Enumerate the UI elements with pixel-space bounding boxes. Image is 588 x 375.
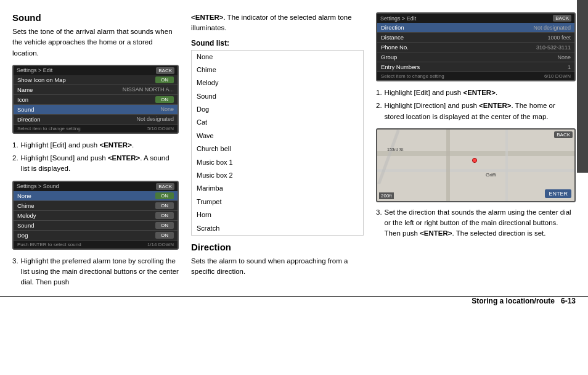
screen2-row-dog: Dog ON bbox=[14, 231, 178, 241]
screen1-row-icon-map: Show Icon on Map ON bbox=[14, 75, 178, 85]
screen3-footer-left: Select item to change setting bbox=[381, 73, 444, 79]
step2-num: 2. bbox=[12, 153, 18, 175]
row-sound-value: None bbox=[160, 106, 174, 112]
row-none-toggle[interactable]: ON bbox=[155, 192, 174, 199]
row-sound2-toggle[interactable]: ON bbox=[155, 222, 174, 229]
sound-item-music-box-1: Music box 1 bbox=[192, 156, 364, 169]
road-h1 bbox=[377, 151, 574, 156]
steps-1-2: 1. Highlight [Edit] and push <ENTER>. 2.… bbox=[12, 140, 179, 175]
screen3-row-distance: Distance 1000 feet bbox=[377, 33, 574, 43]
s3-entry-label: Entry Numbers bbox=[381, 64, 420, 70]
screen1-header-title: Settings > Edit bbox=[17, 67, 52, 73]
step3-num: 3. bbox=[12, 256, 18, 288]
row-melody-label: Melody bbox=[17, 212, 36, 219]
step-1: 1. Highlight [Edit] and push <ENTER>. bbox=[12, 140, 179, 150]
right-steps: 1. Highlight [Edit] and push <ENTER>. 2.… bbox=[376, 88, 576, 122]
right-step-3: 3. Set the direction that sounds the ala… bbox=[376, 207, 576, 239]
row-sound-label: Sound bbox=[17, 106, 34, 113]
right-column: Settings > Edit BACK Direction Not desig… bbox=[376, 12, 576, 290]
row-dog-label: Dog bbox=[17, 232, 28, 239]
screen1-footer: Select item to change setting 5/10 DOWN bbox=[14, 125, 178, 133]
screen3-footer: Select item to change setting 6/10 DOWN bbox=[377, 72, 574, 80]
row-dog-toggle[interactable]: ON bbox=[155, 232, 174, 239]
screen2-row-chime: Chime ON bbox=[14, 201, 178, 211]
screen3-row-direction: Direction Not designated bbox=[377, 23, 574, 33]
direction-title: Direction bbox=[191, 242, 364, 252]
s3-direction-label: Direction bbox=[381, 24, 404, 31]
s3-distance-value: 1000 feet bbox=[547, 35, 571, 41]
screen3-row-phone: Phone No. 310-532-3111 bbox=[377, 43, 574, 52]
sound-item-church-bell: Church bell bbox=[192, 142, 364, 155]
map-label-road1: 153rd St bbox=[387, 147, 403, 152]
map-enter-btn[interactable]: ENTER bbox=[545, 189, 571, 198]
page-footer: Storing a location/route 6-13 bbox=[0, 296, 588, 310]
screen1-row-sound: Sound None bbox=[14, 105, 178, 115]
map-display: Griffi 153rd St BACK ENTER 200ft bbox=[376, 128, 576, 202]
row-icon-toggle[interactable]: ON bbox=[155, 96, 174, 103]
road-v1 bbox=[446, 130, 450, 201]
map-back-btn[interactable]: BACK bbox=[554, 131, 573, 138]
screen1-back-btn[interactable]: BACK bbox=[156, 67, 174, 74]
map-center-marker bbox=[472, 158, 477, 163]
right-step-2: 2. Highlight [Direction] and push <ENTER… bbox=[376, 101, 576, 122]
row-show-icon-toggle[interactable]: ON bbox=[155, 76, 174, 83]
sound-description: Sets the tone of the arrival alarm that … bbox=[12, 27, 179, 59]
row-direction-label: Direction bbox=[17, 116, 41, 123]
s3-direction-value: Not designated bbox=[533, 25, 571, 31]
sidebar-accent bbox=[577, 0, 588, 173]
row-sound2-label: Sound bbox=[17, 222, 34, 229]
direction-text: Sets the alarm to sound when approaching… bbox=[191, 256, 364, 278]
sound-item-trumpet: Trumpet bbox=[192, 196, 364, 208]
s3-group-label: Group bbox=[381, 54, 397, 60]
rstep3-text: Set the direction that sounds the alarm … bbox=[385, 207, 576, 239]
sound-item-dog: Dog bbox=[192, 103, 364, 116]
screen1-row-icon: Icon ON bbox=[14, 95, 178, 105]
row-melody-toggle[interactable]: ON bbox=[155, 212, 174, 219]
rstep1-num: 1. bbox=[376, 88, 382, 98]
row-name-value: NISSAN NORTH A... bbox=[45, 86, 174, 93]
road-h2 bbox=[377, 169, 574, 172]
screen2-footer-right: 1/14 DOWN bbox=[147, 242, 174, 247]
screen-settings-edit: Settings > Edit BACK Show Icon on Map ON… bbox=[12, 65, 179, 134]
screen2-header-title: Settings > Sound bbox=[17, 183, 59, 189]
row-show-icon-label: Show Icon on Map bbox=[17, 76, 66, 83]
left-column: Sound Sets the tone of the arrival alarm… bbox=[12, 12, 191, 290]
screen2-row-sound: Sound ON bbox=[14, 221, 178, 231]
footer-section-label: Storing a location/route 6-13 bbox=[472, 297, 576, 305]
row-chime-toggle[interactable]: ON bbox=[155, 202, 174, 209]
sound-item-horn: Horn bbox=[192, 208, 364, 221]
sound-item-marimba: Marimba bbox=[192, 182, 364, 195]
row-direction-value: Not designated bbox=[136, 116, 174, 122]
screen-settings-sound: Settings > Sound BACK None ON Chime ON M… bbox=[12, 181, 179, 250]
sound-item-cat: Cat bbox=[192, 116, 364, 129]
sound-item-music-box-2: Music box 2 bbox=[192, 169, 364, 182]
s3-group-value: None bbox=[557, 54, 571, 60]
row-chime-label: Chime bbox=[17, 202, 34, 209]
row-none-label: None bbox=[17, 192, 31, 199]
sound-list-table: NoneChimeMelodySoundDogCatWaveChurch bel… bbox=[191, 50, 364, 236]
s3-entry-value: 1 bbox=[568, 64, 571, 70]
map-zoom: 200ft bbox=[379, 192, 394, 199]
middle-column: <ENTER>. The indicator of the selected a… bbox=[191, 12, 376, 290]
step-2: 2. Highlight [Sound] and push <ENTER>. A… bbox=[12, 153, 179, 175]
sound-item-wave: Wave bbox=[192, 130, 364, 142]
sound-list-title: Sound list: bbox=[191, 39, 364, 47]
road-v2 bbox=[505, 130, 508, 201]
screen1-header: Settings > Edit BACK bbox=[14, 66, 178, 75]
screen2-row-none: None ON bbox=[14, 191, 178, 201]
screen2-footer-left: Push ENTER to select sound bbox=[17, 242, 81, 247]
screen1-footer-right: 5/10 DOWN bbox=[147, 126, 174, 131]
screen2-back-btn[interactable]: BACK bbox=[156, 183, 174, 190]
sound-item-none: None bbox=[192, 50, 364, 64]
row-name-label: Name bbox=[17, 86, 45, 93]
rstep1-text: Highlight [Edit] and push <ENTER>. bbox=[385, 88, 497, 98]
sound-item-scratch: Scratch bbox=[192, 222, 364, 236]
screen1-footer-left: Select item to change setting bbox=[17, 126, 81, 131]
rstep3-num: 3. bbox=[376, 207, 382, 239]
screen3-header-title: Settings > Edit bbox=[380, 15, 416, 22]
step1-text: Highlight [Edit] and push <ENTER>. bbox=[21, 140, 134, 150]
screen2-row-melody: Melody ON bbox=[14, 211, 178, 221]
enter-description: <ENTER>. The indicator of the selected a… bbox=[191, 12, 364, 34]
screen3-header: Settings > Edit BACK bbox=[377, 14, 574, 23]
screen3-back-btn[interactable]: BACK bbox=[553, 15, 571, 22]
